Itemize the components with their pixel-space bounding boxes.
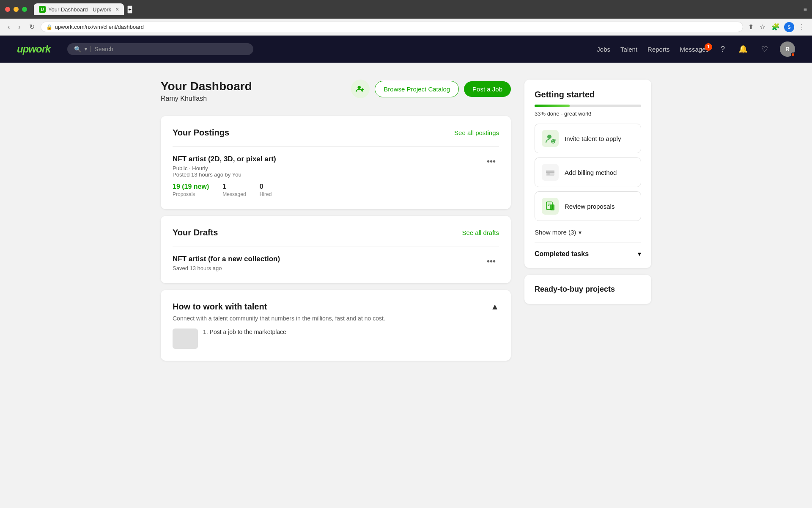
share-button[interactable]: ⬆ [746,21,755,33]
forward-button[interactable]: › [16,22,23,33]
progress-bar-fill [535,105,570,107]
team-invite-icon-button[interactable] [351,80,370,98]
postings-card-title: Your Postings [173,128,229,138]
chevron-down-icon: ▾ [579,229,582,236]
how-to-work-subtitle: Connect with a talent community that num… [173,315,499,322]
completed-tasks-chevron: ▾ [638,250,641,258]
close-window-dot[interactable] [5,7,10,12]
posting-type: Public · Hourly Posted 13 hours ago by Y… [173,165,276,178]
reload-button[interactable]: ↻ [27,21,37,33]
drafts-card-title: Your Drafts [173,228,218,237]
messaged-stat: 1 Messaged [222,183,246,197]
postings-card-header: Your Postings See all postings [173,128,499,138]
progress-text: 33% done - great work! [535,110,641,117]
browser-menu-button[interactable]: ⋮ [797,21,807,33]
search-input[interactable] [94,46,247,52]
nav-help-button[interactable]: ? [719,43,727,55]
how-to-work-card: How to work with talent ▲ Connect with a… [161,290,511,361]
nav-search-bar[interactable]: 🔍 ▾ [67,43,253,55]
nav-reports-link[interactable]: Reports [647,46,670,53]
messaged-label: Messaged [222,191,246,197]
tab-title: Your Dashboard - Upwork [48,6,111,13]
your-postings-card: Your Postings See all postings NFT artis… [161,116,511,209]
post-job-button[interactable]: Post a Job [464,81,511,97]
dashboard-username: Ramy Khuffash [161,95,252,102]
search-filter-dropdown[interactable]: ▾ [85,46,91,52]
nav-favorites-button[interactable]: ♡ [760,43,770,55]
nav-jobs-link[interactable]: Jobs [597,46,610,53]
see-all-drafts-link[interactable]: See all drafts [462,229,499,236]
dashboard-title: Your Dashboard [161,80,252,93]
draft-title[interactable]: NFT artist (for a new collection) [173,255,280,263]
posting-type-text: Public · Hourly [173,165,208,171]
svg-rect-7 [546,171,554,173]
browser-tab[interactable]: U Your Dashboard - Upwork × [34,3,124,15]
search-icon: 🔍 [74,46,81,52]
draft-more-button[interactable]: ••• [483,255,499,268]
show-more-label: Show more (3) [535,229,576,236]
task-billing-label: Add billing method [565,169,617,176]
task-invite-talent[interactable]: Invite talent to apply [535,124,641,153]
your-drafts-card: Your Drafts See all drafts NFT artist (f… [161,216,511,283]
posting-title[interactable]: NFT artist (2D, 3D, or pixel art) [173,155,276,163]
svg-point-0 [358,86,361,89]
lock-icon: 🔒 [46,24,52,30]
minimize-window-dot[interactable] [14,7,19,12]
invite-talent-icon [542,130,559,147]
online-indicator [791,52,795,57]
browser-toolbar: ‹ › ↻ 🔒 upwork.com/nx/wm/client/dashboar… [0,19,812,36]
fullscreen-window-dot[interactable] [22,7,27,12]
nav-notifications-button[interactable]: 🔔 [737,43,749,55]
hired-label: Hired [260,191,272,197]
bookmark-button[interactable]: ☆ [758,21,767,33]
main-content: Your Dashboard Ramy Khuffash Browse Proj… [152,63,660,378]
how-to-work-title: How to work with talent [173,302,267,312]
show-more-button[interactable]: Show more (3) ▾ [535,225,641,239]
extension-button[interactable]: 🧩 [770,21,782,33]
dashboard-header: Your Dashboard Ramy Khuffash Browse Proj… [161,80,511,102]
completed-tasks-header[interactable]: Completed tasks ▾ [535,250,641,258]
progress-bar-container [535,105,641,107]
nav-avatar[interactable]: R [780,41,795,57]
ready-to-buy-title: Ready-to-buy projects [535,285,641,294]
task-billing-method[interactable]: Add billing method [535,157,641,187]
tab-close-button[interactable]: × [115,6,119,13]
upwork-logo[interactable]: upwork [17,43,50,55]
svg-point-1 [547,135,551,139]
messages-badge: 1 [705,43,712,51]
how-to-work-toggle[interactable]: ▲ [491,302,499,312]
review-icon-svg [544,200,556,212]
browser-toolbar-actions: ⬆ ☆ 🧩 S ⋮ [746,21,807,33]
billing-icon-svg [544,166,556,178]
proposals-value: 19 (19 new) [173,183,209,190]
posting-info: NFT artist (2D, 3D, or pixel art) Public… [173,155,276,178]
nav-talent-link[interactable]: Talent [620,46,637,53]
hired-stat: 0 Hired [260,183,272,197]
svg-rect-8 [547,174,550,174]
proposals-number: 19 (19 new) [173,183,209,190]
browser-profile[interactable]: S [784,22,794,32]
posting-more-button[interactable]: ••• [483,155,499,168]
task-review-proposals[interactable]: Review proposals [535,191,641,221]
ready-to-buy-card: Ready-to-buy projects [524,275,651,304]
left-column: Your Dashboard Ramy Khuffash Browse Proj… [161,80,511,361]
posting-date: Posted 13 hours ago by You [173,171,241,178]
draft-saved: Saved 13 hours ago [173,265,280,271]
posting-header: NFT artist (2D, 3D, or pixel art) Public… [173,155,499,178]
browse-catalog-button[interactable]: Browse Project Catalog [375,81,459,97]
messaged-value: 1 [222,183,246,190]
browser-titlebar: U Your Dashboard - Upwork × + ≡ [0,0,812,19]
proposals-label: Proposals [173,191,209,197]
back-button[interactable]: ‹ [5,22,12,33]
upwork-navbar: upwork 🔍 ▾ Jobs Talent Reports Messages … [0,36,812,63]
nav-messages[interactable]: Messages 1 [680,46,709,53]
task-invite-label: Invite talent to apply [565,135,621,142]
draft-header: NFT artist (for a new collection) Saved … [173,255,499,271]
draft-info: NFT artist (for a new collection) Saved … [173,255,280,271]
posting-item: NFT artist (2D, 3D, or pixel art) Public… [173,146,499,197]
review-icon [542,198,559,215]
new-tab-button[interactable]: + [127,6,132,14]
nav-links: Jobs Talent Reports Messages 1 ? 🔔 ♡ R [597,41,795,57]
see-all-postings-link[interactable]: See all postings [454,129,499,136]
address-bar[interactable]: 🔒 upwork.com/nx/wm/client/dashboard [41,22,743,32]
